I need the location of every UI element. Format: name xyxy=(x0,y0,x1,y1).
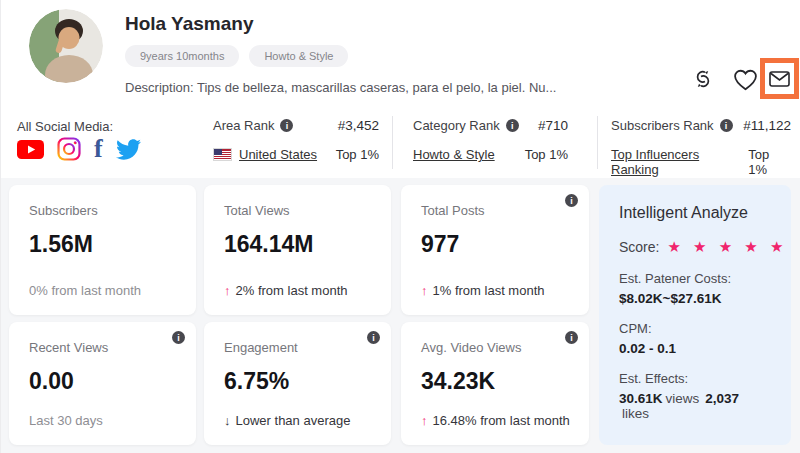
score-row: Score: ★ ★ ★ ★ ★ xyxy=(619,238,771,256)
stat-delta: 0% from last month xyxy=(29,283,141,298)
stat-card-subscribers: Subscribers 1.56M 0% from last month xyxy=(9,185,196,315)
info-icon[interactable]: i xyxy=(720,119,733,132)
partner-cost-label: Est. Patener Costs: xyxy=(619,271,771,286)
category-rank-label: Category Rank xyxy=(413,118,500,133)
stat-label: Recent Views xyxy=(29,340,176,355)
stat-card-total-posts: i Total Posts 977 ↑ 1% from last month xyxy=(401,185,589,315)
subscribers-rank-top-percent: Top 1% xyxy=(748,147,791,177)
cpm-value: 0.02 - 0.1 xyxy=(619,341,771,356)
influencer-profile-page: Hola Yasmany 9years 10months Howto & Sty… xyxy=(0,0,800,453)
channel-age-badge: 9years 10months xyxy=(125,45,239,67)
subscribers-rank-label: Subscribers Rank xyxy=(611,118,714,133)
category-rank-link[interactable]: Howto & Style xyxy=(413,147,495,162)
info-icon[interactable]: i xyxy=(506,119,519,132)
vertical-divider xyxy=(597,116,598,169)
badge-row: 9years 10months Howto & Style xyxy=(125,45,348,67)
stat-label: Subscribers xyxy=(29,203,176,218)
stat-card-avg-video-views: i Avg. Video Views 34.23K ↑ 16.48% from … xyxy=(401,322,589,445)
twitter-icon[interactable] xyxy=(116,139,141,160)
up-arrow-icon: ↑ xyxy=(421,283,428,298)
effects-label: Est. Effects: xyxy=(619,371,771,386)
stat-card-total-views: Total Views 164.14M ↑ 2% from last month xyxy=(204,185,391,315)
stat-card-engagement: i Engagement 6.75% ↓ Lower than average xyxy=(204,322,391,445)
stat-value: 1.56M xyxy=(29,231,176,258)
compare-icon[interactable] xyxy=(690,66,716,92)
partner-cost-value: $8.02K~$27.61K xyxy=(619,291,771,306)
info-icon[interactable]: i xyxy=(565,194,578,207)
facebook-icon[interactable]: f xyxy=(94,138,103,160)
info-icon[interactable]: i xyxy=(565,331,578,344)
panel-title: Intelligent Analyze xyxy=(619,204,771,222)
stat-delta: ↑ 1% from last month xyxy=(421,283,545,298)
cpm-label: CPM: xyxy=(619,321,771,336)
up-arrow-icon: ↑ xyxy=(421,413,428,428)
info-icon[interactable]: i xyxy=(280,119,293,132)
stat-value: 34.23K xyxy=(421,368,569,395)
avatar xyxy=(29,9,103,83)
message-envelope-icon[interactable] xyxy=(769,71,790,87)
area-rank-value: #3,452 xyxy=(338,118,379,133)
category-rank-group: Category Rank i #710 Howto & Style Top 1… xyxy=(413,118,568,162)
effects-value: 30.61Kviews2,037 likes xyxy=(619,391,771,421)
message-highlight-box[interactable] xyxy=(760,58,799,99)
stat-delta: ↓ Lower than average xyxy=(224,413,350,428)
youtube-icon[interactable] xyxy=(17,140,44,159)
info-icon[interactable]: i xyxy=(367,331,380,344)
up-arrow-icon: ↑ xyxy=(224,283,231,298)
stat-value: 6.75% xyxy=(224,368,371,395)
area-rank-label: Area Rank xyxy=(213,118,274,133)
stat-value: 164.14M xyxy=(224,231,371,258)
stat-label: Total Views xyxy=(224,203,371,218)
partner-cost-section: Est. Patener Costs: $8.02K~$27.61K xyxy=(619,271,771,306)
category-badge: Howto & Style xyxy=(249,45,348,67)
category-rank-value: #710 xyxy=(538,118,568,133)
favorite-heart-icon[interactable] xyxy=(732,66,758,92)
stat-delta: ↑ 16.48% from last month xyxy=(421,413,570,428)
stat-label: Total Posts xyxy=(421,203,569,218)
category-rank-top-percent: Top 1% xyxy=(525,147,568,162)
stat-label: Engagement xyxy=(224,340,371,355)
effects-views-value: 30.61K xyxy=(619,391,663,406)
stat-delta: ↑ 2% from last month xyxy=(224,283,348,298)
stat-value: 977 xyxy=(421,231,569,258)
vertical-divider xyxy=(392,116,393,169)
star-rating-icon: ★ ★ ★ ★ ★ xyxy=(667,238,787,256)
subscribers-rank-value: #11,122 xyxy=(743,118,791,133)
info-icon[interactable]: i xyxy=(172,331,185,344)
cpm-section: CPM: 0.02 - 0.1 xyxy=(619,321,771,356)
channel-description: Description: Tips de belleza, mascarilla… xyxy=(125,80,556,95)
all-social-media-label: All Social Media: xyxy=(17,119,113,134)
subscribers-rank-link[interactable]: Top Influencers Ranking xyxy=(611,147,748,177)
effects-views-unit: views xyxy=(666,391,700,406)
score-label: Score: xyxy=(619,239,659,255)
area-rank-group: Area Rank i #3,452 United States Top 1% xyxy=(213,118,379,162)
intelligent-analyze-panel: Intelligent Analyze Score: ★ ★ ★ ★ ★ Est… xyxy=(599,185,791,445)
us-flag-icon xyxy=(213,148,232,161)
area-rank-top-percent: Top 1% xyxy=(336,147,379,162)
subscribers-rank-group: Subscribers Rank i #11,122 Top Influence… xyxy=(611,118,791,177)
instagram-icon[interactable] xyxy=(57,137,81,161)
avatar-photo xyxy=(29,9,103,83)
stat-delta: Last 30 days xyxy=(29,413,103,428)
effects-section: Est. Effects: 30.61Kviews2,037 likes xyxy=(619,371,771,421)
stat-card-recent-views: i Recent Views 0.00 Last 30 days xyxy=(9,322,196,445)
stat-label: Avg. Video Views xyxy=(421,340,569,355)
effects-likes-unit: likes xyxy=(622,406,649,421)
channel-name: Hola Yasmany xyxy=(125,13,254,35)
stat-value: 0.00 xyxy=(29,368,176,395)
down-arrow-icon: ↓ xyxy=(224,413,231,428)
social-icons-row: f xyxy=(17,137,141,161)
area-rank-link[interactable]: United States xyxy=(239,147,317,162)
effects-likes-value: 2,037 xyxy=(705,391,739,406)
